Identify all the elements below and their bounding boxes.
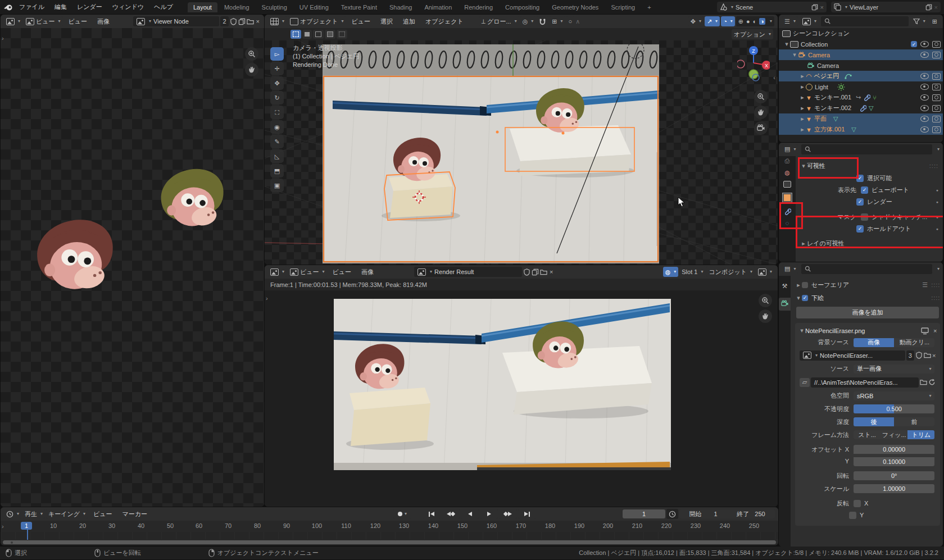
disable-render-toggle[interactable] <box>932 41 941 48</box>
start-frame-field[interactable]: 開始1 <box>679 509 727 518</box>
select-mode-extend-icon[interactable] <box>302 30 312 39</box>
playhead-line[interactable] <box>27 529 28 540</box>
menu-edit[interactable]: 編集 <box>50 3 71 11</box>
tool-rotate[interactable]: ↻ <box>270 91 284 104</box>
frame-fit-option[interactable]: フィッ... <box>881 430 907 439</box>
disable-render-toggle[interactable] <box>932 126 941 133</box>
unlink-image-icon[interactable]: × <box>548 268 554 275</box>
viewer-canvas[interactable]: › <box>1 28 264 507</box>
filter-funnel-dropdown[interactable]: ▾ <box>911 16 928 26</box>
expand-arrow[interactable]: ▾ <box>791 51 798 58</box>
ray-visibility-panel-header[interactable]: ▸レイの可視性 <box>796 235 943 248</box>
next-keyframe-button[interactable] <box>499 509 517 519</box>
outliner-row-bezier-circle[interactable]: ▸ ◠ ベジエ円 <box>779 71 943 81</box>
select-mode-subtract-icon[interactable] <box>313 30 324 39</box>
viewlayer-selector[interactable]: ▾ ViewLayer × <box>831 2 941 12</box>
properties-options-dropdown[interactable]: ▾ <box>937 147 940 152</box>
tab-camera-data-icon[interactable] <box>779 298 791 311</box>
play-button[interactable] <box>480 509 498 519</box>
workspace-tab-compositing[interactable]: Compositing <box>500 2 545 12</box>
expand-arrow[interactable]: ▾ <box>783 40 790 48</box>
background-images-panel-header[interactable]: ▾✓ 下絵 :::: <box>791 291 943 303</box>
menu-file[interactable]: ファイル <box>15 3 49 11</box>
navigation-gizmo[interactable]: Z X <box>737 45 770 82</box>
tab-render-icon[interactable]: ⎙ <box>785 157 790 165</box>
collection-checkbox[interactable]: ✓ <box>911 41 917 47</box>
tab-object-icon[interactable] <box>783 193 792 202</box>
outliner-row-light[interactable]: ▸ Light <box>779 81 943 92</box>
fake-user-shield-icon[interactable] <box>915 352 923 359</box>
shading-material-icon[interactable]: ◐ <box>753 18 757 25</box>
keying-menu[interactable]: キーイング▾ <box>46 509 88 519</box>
current-frame-field[interactable]: 1 <box>623 509 665 518</box>
workspace-tab-modeling[interactable]: Modeling <box>219 2 255 12</box>
properties-search-input[interactable] <box>801 144 932 154</box>
colorspace-dropdown[interactable]: sRGB▾ <box>854 391 934 400</box>
toggle-xray-button[interactable]: ◔▾ <box>721 16 735 26</box>
unlink-image-icon[interactable]: × <box>255 18 261 25</box>
outliner-row-plane[interactable]: ▸ ▼ 平面 ▽ <box>779 113 943 124</box>
tab-world-icon[interactable]: ◍ <box>784 169 790 176</box>
hide-eye-toggle[interactable] <box>920 94 929 101</box>
snap-target-dropdown[interactable]: ⊞▾ <box>550 16 565 26</box>
tool-select-box[interactable]: ▻ <box>270 47 284 61</box>
fake-user-shield-icon[interactable] <box>523 268 530 276</box>
hide-eye-toggle[interactable] <box>920 105 929 111</box>
selectable-checkbox[interactable]: ✓ <box>856 175 864 182</box>
menu-render[interactable]: レンダー <box>72 3 107 11</box>
image-pin-toggle[interactable]: ◍▾ <box>663 267 679 277</box>
hide-eye-toggle[interactable] <box>920 84 929 90</box>
viewport-menu-select[interactable]: 選択 <box>376 17 397 26</box>
shading-wireframe-icon[interactable]: ⊕ <box>738 18 743 25</box>
offset-x-field[interactable]: 0.00000 <box>854 445 934 454</box>
opacity-slider[interactable]: 0.500 <box>854 404 934 413</box>
workspace-tab-geometrynodes[interactable]: Geometry Nodes <box>546 2 604 12</box>
scene-selector[interactable]: ▾ Scene × <box>717 2 827 12</box>
reload-icon[interactable] <box>928 379 936 386</box>
browse-folder-icon[interactable] <box>920 379 927 386</box>
disable-render-toggle[interactable] <box>932 73 941 80</box>
renderpass-dropdown[interactable]: コンポジット▾ <box>706 267 755 277</box>
display-channels-dropdown[interactable]: ▾ <box>756 267 774 277</box>
play-reverse-button[interactable] <box>461 509 479 519</box>
workspace-tab-layout[interactable]: Layout <box>188 2 217 12</box>
timeline-scrollbar[interactable] <box>3 540 776 544</box>
prev-keyframe-button[interactable] <box>442 509 460 519</box>
visibility-panel-header[interactable]: ▾可視性 :::: <box>796 160 943 172</box>
background-images-checkbox[interactable]: ✓ <box>802 295 808 301</box>
tool-add-cube[interactable]: ⬒ <box>270 164 284 177</box>
workspace-tab-shading[interactable]: Shading <box>384 2 417 12</box>
outliner-search-input[interactable] <box>821 16 909 26</box>
tool-annotate[interactable]: ✎ <box>270 135 284 148</box>
pan-hand-button[interactable] <box>759 309 772 323</box>
outliner-row-camera-data[interactable]: Camera <box>779 60 943 71</box>
viewport-menu-object[interactable]: オブジェクト <box>421 17 468 26</box>
camera-view-button[interactable] <box>754 121 768 135</box>
editor-type-dropdown[interactable]: ▾ <box>268 16 287 26</box>
image-datablock-selector[interactable]: ▾ Viewer Node <box>133 16 219 26</box>
select-mode-intersect-icon[interactable] <box>337 30 347 39</box>
fake-user-shield-icon[interactable] <box>230 18 237 25</box>
jump-to-start-button[interactable] <box>423 509 441 519</box>
zoom-in-button[interactable] <box>754 90 768 103</box>
panel-drag-dots[interactable]: :::: <box>931 294 940 301</box>
region-expand-arrow[interactable]: › <box>266 295 268 302</box>
pivot-point-dropdown[interactable]: ◎▾ <box>520 16 536 26</box>
list-icon[interactable]: ☰ <box>922 281 928 289</box>
workspace-tab-uvediting[interactable]: UV Editing <box>294 2 334 12</box>
new-collection-button[interactable]: ⊞ <box>930 16 940 26</box>
disable-render-toggle[interactable] <box>932 94 941 101</box>
frame-crop-option[interactable]: トリム <box>907 430 934 439</box>
open-image-folder-icon[interactable] <box>924 352 931 359</box>
show-overlays-dropdown[interactable]: ↗▾ <box>705 16 720 26</box>
select-mode-invert-icon[interactable] <box>325 30 335 39</box>
source-dropdown[interactable]: 単一画像▾ <box>854 365 934 374</box>
tool-extra[interactable]: ▣ <box>270 179 284 192</box>
workspace-tab-rendering[interactable]: Rendering <box>459 2 498 12</box>
flip-x-checkbox[interactable] <box>854 500 861 507</box>
users-count-button[interactable]: 3 <box>906 350 914 361</box>
zoom-in-button[interactable] <box>759 294 772 307</box>
select-mode-new-icon[interactable] <box>291 30 301 39</box>
menu-window[interactable]: ウィンドウ <box>108 3 148 11</box>
offset-y-field[interactable]: 0.10000 <box>854 457 934 466</box>
